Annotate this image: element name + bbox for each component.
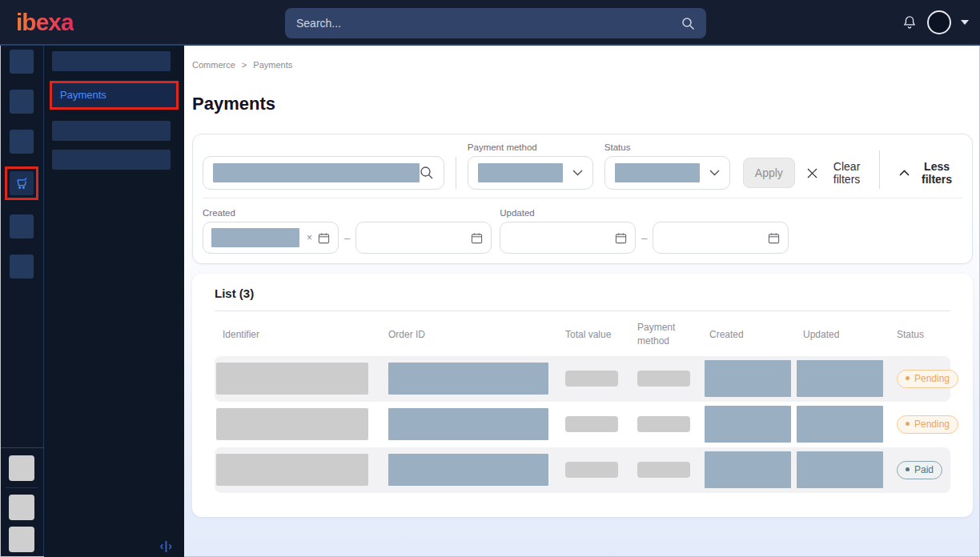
secondary-sidebar: Payments ‹|› — [44, 46, 184, 557]
redacted-order-id — [388, 454, 548, 486]
created-label: Created — [203, 208, 492, 218]
table-row[interactable]: Pending — [215, 402, 950, 447]
filter-divider-2 — [879, 150, 880, 189]
status-label: Pending — [914, 419, 950, 430]
sidebar-rail-item-1[interactable] — [10, 50, 34, 74]
redacted-created — [705, 406, 791, 443]
sidebar-rail-item-commerce[interactable] — [10, 171, 34, 195]
clear-x-icon — [806, 167, 818, 179]
redacted-search-value — [213, 163, 420, 182]
updated-from-input[interactable] — [500, 222, 636, 254]
sidebar-rail-item-5[interactable] — [10, 214, 34, 238]
sidebar-item-1[interactable] — [52, 51, 171, 71]
redacted-updated — [797, 451, 883, 488]
redacted-order-id — [388, 408, 548, 440]
apply-button[interactable]: Apply — [743, 158, 795, 188]
redacted-payment-method — [637, 371, 690, 387]
redacted-created — [705, 451, 791, 488]
status-badge: Pending — [897, 415, 958, 434]
redacted-total-value — [565, 371, 618, 387]
list-title: List (3) — [215, 287, 950, 300]
caret-down-icon[interactable] — [961, 20, 969, 25]
sidebar-item-payments[interactable]: Payments — [52, 83, 176, 107]
payments-list-panel: List (3) Identifier Order ID Total value… — [192, 274, 973, 517]
breadcrumb: Commerce > Payments — [192, 46, 973, 70]
page-title: Payments — [192, 94, 973, 114]
collapse-icon[interactable]: ‹|› — [160, 539, 173, 552]
redacted-created-from-value — [211, 228, 299, 247]
highlight-box-payments: Payments — [50, 81, 179, 110]
clear-date-icon[interactable]: × — [307, 232, 312, 243]
redacted-identifier — [216, 408, 368, 440]
column-identifier: Identifier — [215, 329, 388, 340]
sidebar-item-4[interactable] — [52, 150, 171, 170]
date-range-separator: – — [641, 232, 647, 244]
clear-filters-label: Clear filters — [825, 160, 868, 186]
calendar-icon[interactable] — [471, 232, 483, 244]
chevron-down-icon — [709, 170, 720, 176]
column-total-value: Total value — [565, 329, 637, 340]
table-header: Identifier Order ID Total value Payment … — [215, 311, 950, 356]
sidebar-rail-item-2[interactable] — [10, 90, 34, 114]
status-select[interactable] — [604, 156, 730, 190]
redacted-updated — [797, 360, 883, 397]
magnifier-icon[interactable] — [420, 166, 434, 180]
column-payment-method: Payment method — [637, 321, 687, 348]
breadcrumb-commerce[interactable]: Commerce — [192, 60, 235, 70]
sidebar-rail-item-6[interactable] — [10, 254, 34, 278]
redacted-payment-method — [637, 462, 690, 478]
topbar: ibexa — [0, 0, 980, 46]
status-dot — [906, 422, 910, 426]
global-search[interactable] — [285, 8, 706, 38]
sidebar-rail-item-3[interactable] — [10, 130, 34, 154]
redacted-updated — [797, 406, 883, 443]
redacted-order-id — [388, 363, 548, 395]
breadcrumb-payments[interactable]: Payments — [253, 60, 292, 70]
sidebar-rail-bottom-item-1[interactable] — [9, 455, 34, 481]
status-label: Paid — [914, 464, 934, 475]
date-range-separator: – — [344, 232, 350, 244]
redacted-created — [705, 360, 791, 397]
clear-filters-button[interactable]: Clear filters — [806, 156, 868, 190]
redacted-identifier — [216, 454, 368, 486]
ibexa-logo: ibexa — [16, 9, 74, 36]
calendar-icon[interactable] — [615, 232, 627, 244]
calendar-icon[interactable] — [318, 232, 330, 244]
filters-panel: Payment method Status — [192, 134, 973, 264]
bell-icon[interactable] — [902, 14, 918, 30]
sidebar-item-3[interactable] — [52, 121, 171, 141]
filter-search-input[interactable] — [203, 156, 444, 190]
redacted-total-value — [565, 462, 618, 478]
calendar-icon[interactable] — [768, 232, 780, 244]
created-to-input[interactable] — [355, 222, 492, 254]
filter-divider-1 — [456, 157, 456, 189]
icon-rail — [0, 46, 44, 557]
table-row[interactable]: Pending — [215, 356, 950, 402]
status-dot — [906, 467, 910, 471]
redacted-payment-method — [637, 416, 690, 432]
filter-rows-divider — [203, 198, 962, 198]
sidebar-rail-bottom-item-3[interactable] — [9, 527, 34, 552]
rail-divider-2 — [6, 487, 38, 488]
status-label: Status — [604, 142, 730, 152]
redacted-payment-method-value — [478, 163, 563, 182]
column-created: Created — [709, 329, 803, 340]
status-badge: Pending — [897, 370, 958, 388]
chevron-up-icon — [899, 170, 910, 176]
less-filters-label: Less filters — [918, 160, 956, 186]
avatar[interactable] — [927, 10, 951, 34]
less-filters-button[interactable]: Less filters — [899, 156, 956, 190]
updated-to-input[interactable] — [653, 222, 789, 254]
updated-label: Updated — [500, 208, 789, 218]
table-row[interactable]: Paid — [215, 447, 950, 493]
payment-method-select[interactable] — [468, 156, 593, 190]
created-from-input[interactable]: × — [203, 222, 339, 254]
global-search-input[interactable] — [296, 17, 681, 30]
cart-icon — [14, 175, 30, 191]
redacted-identifier — [216, 363, 368, 395]
sidebar-rail-bottom-item-2[interactable] — [9, 495, 34, 520]
breadcrumb-separator: > — [242, 60, 247, 70]
status-dot — [906, 376, 910, 380]
redacted-total-value — [565, 416, 618, 432]
status-label: Pending — [914, 373, 950, 384]
